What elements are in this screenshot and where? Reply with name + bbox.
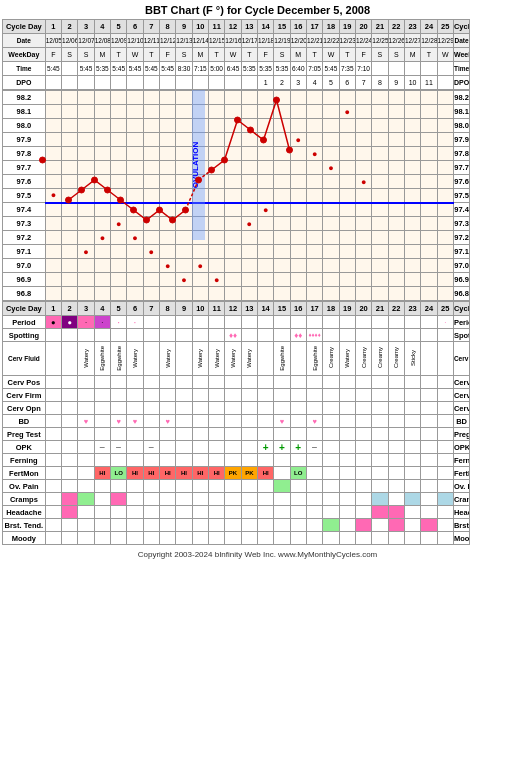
temp-grid-table: 98.2 98.2 98.1 ● [2,90,513,301]
preg-test-row: Preg Test Preg Test [3,428,513,441]
cycle-day-row: Cycle Day 123 456 789 101112 131415 1617… [3,20,513,34]
moody-row: Moody Moody [3,532,513,545]
temp-row-98-0: 98.0 98.0 [3,119,513,133]
ferning-row: Ferning Ferning [3,454,513,467]
weekday-label-right: WeekDay [453,48,469,62]
temp-row-97-7: 97.7 ● 97.7 [3,161,513,175]
cramps-row: Cramps Cramps [3,493,513,506]
cycle-day-bottom-label-right: Cycle Day [453,302,469,316]
cerv-fluid-row: Cerv Fluid Watery Eggwhite Eggwhite Wate… [3,342,513,376]
headache-label-right: Headache [453,506,469,519]
cycle-day-bottom-row: Cycle Day 123 456 789 101112 131415 1617… [3,302,513,316]
cycle-day-label-right: Cycle Day [453,20,469,34]
period-row: Period ● ● · · · · · Period [3,316,513,329]
date-label: Date [3,34,46,48]
temp-row-98-2: 98.2 98.2 [3,91,513,105]
weekday-label: WeekDay [3,48,46,62]
ov-pain-row: Ov. Pain Ov. Pain [3,480,513,493]
brst-tend-row: Brst. Tend. Brst. Tend [3,519,513,532]
temp-row-96-8: 96.8 96.8 [3,287,513,301]
time-label-right: Time [453,62,469,76]
chart-title: BBT Chart (F °) for Cycle December 5, 20… [2,4,513,16]
date-label-right: Date [453,34,469,48]
temp-row-97-6: 97.6 ● 97.6 [3,175,513,189]
dpo-row: DPO 12 345 678 91011 DPO [3,76,513,90]
time-row: Time 5:455:45 5:355:455:45 5:455:458:30 … [3,62,513,76]
spotting-row: Spotting ♦♦ ♦♦ ♦♦♦♦ Spotting [3,329,513,342]
temp-row-97-1: 97.1 ● ● 97.1 [3,245,513,259]
fertmon-row: FertMon HI LO HI HI HI HI HI HI PK PK HI… [3,467,513,480]
time-label: Time [3,62,46,76]
temp-row-97-5: 97.5 ● [3,189,513,203]
dpo-label: DPO [3,76,46,90]
cerv-pos-row: Cerv Pos Cerv Pos [3,376,513,389]
weekday-row: WeekDay FSS MTW TFS MTW TFS MTW TFS SMT … [3,48,513,62]
headache-row: Headache Headache [3,506,513,519]
date-row: Date 12/0512/0612/07 12/0812/0912/10 12/… [3,34,513,48]
temp-chart-area: 98.2 98.2 98.1 ● [2,90,513,301]
temp-row-97-9: 97.9 ● 97.9 [3,133,513,147]
copyright: Copyright 2003-2024 bInfinity Web Inc. w… [2,548,513,561]
cycle-day-bottom-label: Cycle Day [3,302,46,316]
temp-row-97-3: 97.3 ● ● 97.3 [3,217,513,231]
cycle-day-label: Cycle Day [3,20,46,34]
cerv-firm-row: Cerv Firm Cerv Firm [3,389,513,402]
temp-row-98-1: 98.1 ● 98.1 [3,105,513,119]
bbt-chart: Cycle Day 123 456 789 101112 131415 1617… [2,19,513,90]
temp-row-97-8: 97.8 ● 97.8 [3,147,513,161]
dpo-label-right: DPO [453,76,469,90]
opk-row: OPK − − − + + + − OPK [3,441,513,454]
bd-row: BD ♥ ♥ ♥ ♥ ♥ ♥ BD [3,415,513,428]
temp-row-97-2: 97.2 ● ● 97.2 [3,231,513,245]
temp-row-97-4: 97.4 ● 97.4 [3,203,513,217]
temp-row-97-0: 97.0 ● ● 97.0 [3,259,513,273]
temp-row-96-9: 96.9 ● ● 96.9 [3,273,513,287]
chart-container: BBT Chart (F °) for Cycle December 5, 20… [0,0,515,563]
bottom-data-table: Cycle Day 123 456 789 101112 131415 1617… [2,301,513,545]
cerv-opn-row: Cerv Opn Cerv Opn [3,402,513,415]
